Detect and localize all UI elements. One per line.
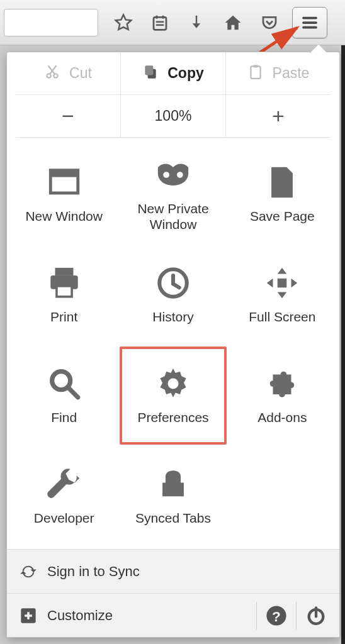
svg-rect-7 bbox=[253, 65, 257, 67]
svg-rect-0 bbox=[154, 17, 166, 30]
empty-slot bbox=[228, 446, 337, 547]
new-private-window-item[interactable]: New Private Window bbox=[118, 144, 227, 245]
fullscreen-label: Full Screen bbox=[249, 309, 315, 325]
svg-point-11 bbox=[177, 172, 183, 178]
customize-button[interactable]: Customize bbox=[47, 608, 113, 624]
new-window-item[interactable]: New Window bbox=[9, 144, 118, 245]
hamburger-menu-panel: Cut Copy Paste − 100% + bbox=[6, 52, 340, 638]
synced-tabs-item[interactable]: Synced Tabs bbox=[118, 446, 227, 547]
zoom-in-button[interactable]: + bbox=[226, 95, 331, 137]
window-icon bbox=[46, 164, 82, 201]
history-item[interactable]: History bbox=[118, 245, 227, 345]
puzzle-icon bbox=[264, 365, 300, 402]
home-button[interactable] bbox=[217, 6, 249, 39]
synced-tabs-icon bbox=[155, 466, 191, 502]
print-label: Print bbox=[50, 309, 77, 325]
new-private-label: New Private Window bbox=[121, 201, 225, 232]
zoom-level-display[interactable]: 100% bbox=[121, 95, 226, 137]
svg-rect-9 bbox=[50, 170, 78, 177]
gear-icon bbox=[155, 365, 191, 402]
plus-box-icon bbox=[20, 607, 37, 625]
synced-tabs-label: Synced Tabs bbox=[135, 510, 211, 526]
panel-pointer bbox=[309, 44, 327, 53]
copy-label: Copy bbox=[167, 65, 204, 82]
bookmark-star-button[interactable] bbox=[107, 6, 140, 39]
menu-grid: New Window New Private Window Save Page … bbox=[7, 138, 339, 549]
page-icon bbox=[264, 164, 300, 201]
zoom-level-text: 100% bbox=[155, 108, 192, 125]
copy-icon bbox=[142, 64, 159, 84]
customize-row: Customize ? bbox=[7, 593, 339, 637]
svg-rect-12 bbox=[55, 268, 73, 275]
history-label: History bbox=[152, 309, 193, 325]
sync-label: Sign in to Sync bbox=[47, 564, 140, 580]
wrench-icon bbox=[46, 466, 82, 502]
quit-button[interactable] bbox=[305, 605, 327, 626]
downloads-button[interactable] bbox=[180, 6, 213, 39]
save-page-item[interactable]: Save Page bbox=[228, 144, 337, 245]
browser-toolbar bbox=[0, 0, 345, 45]
search-icon bbox=[46, 365, 82, 402]
fullscreen-icon bbox=[264, 265, 300, 301]
minus-icon: − bbox=[62, 104, 74, 128]
paste-label: Paste bbox=[273, 65, 310, 82]
cut-icon bbox=[44, 64, 60, 84]
svg-point-18 bbox=[168, 379, 179, 389]
fullscreen-item[interactable]: Full Screen bbox=[228, 245, 337, 345]
footer-separator-1 bbox=[256, 602, 257, 630]
sign-in-sync-row[interactable]: Sign in to Sync bbox=[7, 549, 339, 593]
edit-row: Cut Copy Paste bbox=[16, 52, 331, 95]
copy-button[interactable]: Copy bbox=[121, 52, 226, 94]
save-page-label: Save Page bbox=[250, 208, 315, 224]
pocket-button[interactable] bbox=[253, 6, 286, 39]
reading-list-button[interactable] bbox=[144, 6, 176, 39]
paste-icon bbox=[247, 64, 264, 84]
svg-rect-14 bbox=[57, 286, 72, 297]
printer-icon bbox=[46, 265, 82, 301]
preferences-item[interactable]: Preferences bbox=[118, 345, 227, 446]
developer-item[interactable]: Developer bbox=[9, 446, 118, 547]
zoom-row: − 100% + bbox=[16, 95, 331, 138]
svg-point-10 bbox=[163, 172, 169, 178]
paste-button[interactable]: Paste bbox=[226, 52, 331, 94]
find-item[interactable]: Find bbox=[9, 345, 118, 446]
find-label: Find bbox=[51, 409, 77, 425]
help-button[interactable]: ? bbox=[266, 605, 287, 626]
plus-icon: + bbox=[272, 104, 285, 128]
developer-label: Developer bbox=[34, 510, 94, 526]
preferences-label: Preferences bbox=[137, 409, 208, 425]
svg-text:?: ? bbox=[272, 608, 281, 624]
addons-label: Add-ons bbox=[257, 409, 307, 425]
menu-button[interactable] bbox=[292, 7, 327, 38]
mask-icon bbox=[155, 157, 191, 193]
cut-label: Cut bbox=[69, 65, 92, 82]
url-input[interactable] bbox=[4, 9, 98, 36]
svg-rect-6 bbox=[251, 66, 260, 79]
zoom-out-button[interactable]: − bbox=[16, 95, 121, 137]
clock-icon bbox=[155, 265, 191, 301]
background-edge bbox=[341, 45, 345, 644]
svg-rect-16 bbox=[278, 279, 287, 288]
svg-rect-5 bbox=[145, 65, 154, 75]
addons-item[interactable]: Add-ons bbox=[228, 345, 337, 446]
print-item[interactable]: Print bbox=[9, 245, 118, 345]
sync-icon bbox=[20, 563, 37, 580]
footer-separator-2 bbox=[296, 602, 297, 630]
cut-button[interactable]: Cut bbox=[16, 52, 121, 94]
new-window-label: New Window bbox=[25, 208, 103, 224]
